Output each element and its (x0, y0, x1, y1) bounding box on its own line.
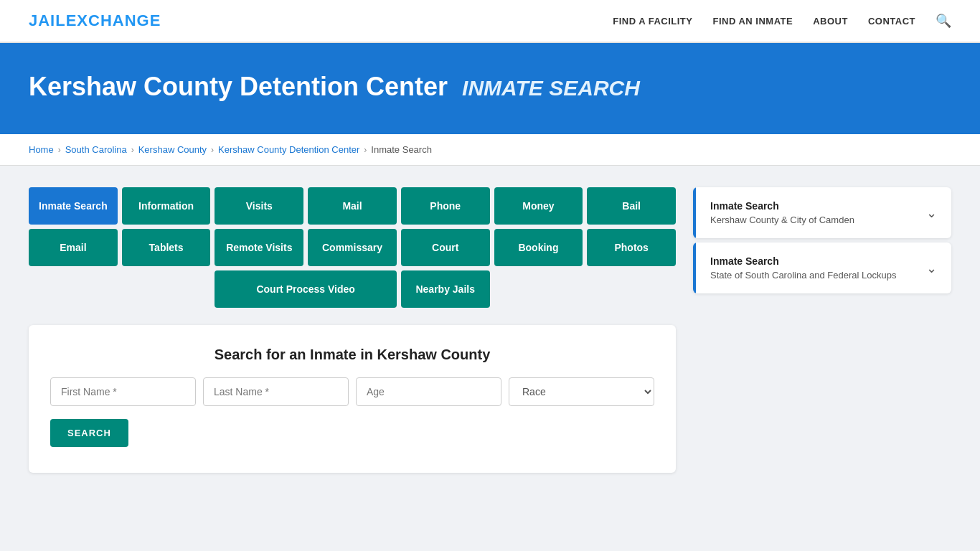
btn-inmate-search[interactable]: Inmate Search (29, 187, 118, 225)
btn-court[interactable]: Court (401, 229, 490, 266)
sidebar-item-kershaw-title: Inmate Search (710, 200, 854, 212)
btn-booking[interactable]: Booking (494, 229, 583, 266)
breadcrumb-current: Inmate Search (371, 144, 432, 155)
sep-2: › (131, 145, 134, 155)
sidebar-item-sc-sub: State of South Carolina and Federal Lock… (710, 270, 896, 281)
age-input[interactable] (356, 377, 501, 406)
sidebar-card-1: Inmate Search Kershaw County & City of C… (693, 187, 951, 238)
btn-commissary[interactable]: Commissary (308, 229, 397, 266)
last-name-input[interactable] (203, 377, 349, 406)
breadcrumb-county[interactable]: Kershaw County (138, 144, 207, 155)
breadcrumb: Home › South Carolina › Kershaw County ›… (29, 144, 951, 155)
race-select[interactable]: Race White Black Hispanic Asian Other (509, 377, 654, 406)
btn-court-process-video[interactable]: Court Process Video (215, 270, 396, 308)
sidebar-card-2: Inmate Search State of South Carolina an… (693, 242, 951, 293)
nav-item-contact[interactable]: CONTACT (868, 14, 915, 27)
nav-item-find-facility[interactable]: FIND A FACILITY (613, 14, 692, 27)
breadcrumb-bar: Home › South Carolina › Kershaw County ›… (0, 134, 980, 166)
btn-tablets[interactable]: Tablets (122, 229, 211, 266)
search-icon[interactable]: 🔍 (936, 14, 951, 28)
btn-photos[interactable]: Photos (587, 229, 676, 266)
breadcrumb-home[interactable]: Home (29, 144, 54, 155)
hero-title-text: Kershaw County Detention Center (29, 72, 448, 101)
chevron-down-icon-1: ⌄ (926, 205, 937, 221)
navbar: JAILEXCHANGE FIND A FACILITY FIND AN INM… (0, 0, 980, 43)
btn-money[interactable]: Money (494, 187, 583, 225)
hero-section: Kershaw County Detention Center INMATE S… (0, 43, 980, 134)
sidebar-item-sc-text: Inmate Search State of South Carolina an… (710, 255, 896, 281)
nav-link-contact[interactable]: CONTACT (868, 16, 915, 27)
main-content: Inmate Search Information Visits Mail Ph… (0, 166, 980, 494)
button-row-2: Email Tablets Remote Visits Commissary C… (29, 229, 676, 266)
breadcrumb-facility[interactable]: Kershaw County Detention Center (218, 144, 359, 155)
btn-information[interactable]: Information (122, 187, 211, 225)
nav-link-about[interactable]: ABOUT (813, 16, 848, 27)
button-grid: Inmate Search Information Visits Mail Ph… (29, 187, 676, 308)
search-title: Search for an Inmate in Kershaw County (50, 347, 654, 363)
sidebar-item-kershaw-sub: Kershaw County & City of Camden (710, 215, 854, 225)
nav-link-find-inmate[interactable]: FIND AN INMATE (712, 16, 793, 27)
nav-link-find-facility[interactable]: FIND A FACILITY (613, 16, 692, 27)
logo[interactable]: JAILEXCHANGE (29, 11, 161, 30)
btn-mail[interactable]: Mail (308, 187, 397, 225)
sidebar-item-kershaw[interactable]: Inmate Search Kershaw County & City of C… (693, 187, 951, 238)
btn-nearby-jails[interactable]: Nearby Jails (401, 270, 490, 308)
hero-subtitle: INMATE SEARCH (462, 76, 640, 100)
sidebar-item-sc[interactable]: Inmate Search State of South Carolina an… (693, 242, 951, 293)
btn-visits[interactable]: Visits (215, 187, 303, 225)
search-button[interactable]: SEARCH (50, 419, 128, 447)
search-fields: Race White Black Hispanic Asian Other (50, 377, 654, 406)
sep-3: › (211, 145, 214, 155)
hero-title: Kershaw County Detention Center INMATE S… (29, 72, 951, 102)
search-box: Search for an Inmate in Kershaw County R… (29, 325, 676, 473)
button-row-3: Court Process Video Nearby Jails (29, 270, 676, 308)
btn-email[interactable]: Email (29, 229, 118, 266)
sidebar-item-kershaw-text: Inmate Search Kershaw County & City of C… (710, 200, 854, 225)
right-sidebar: Inmate Search Kershaw County & City of C… (693, 187, 951, 298)
chevron-down-icon-2: ⌄ (926, 260, 937, 276)
logo-part2: EXCHANGE (66, 11, 161, 29)
nav-search-icon-container[interactable]: 🔍 (936, 13, 951, 29)
nav-item-find-inmate[interactable]: FIND AN INMATE (712, 14, 793, 27)
left-column: Inmate Search Information Visits Mail Ph… (29, 187, 676, 473)
first-name-input[interactable] (50, 377, 196, 406)
breadcrumb-state[interactable]: South Carolina (65, 144, 127, 155)
logo-part1: JAIL (29, 11, 66, 29)
btn-remote-visits[interactable]: Remote Visits (215, 229, 303, 266)
sep-1: › (58, 145, 61, 155)
sep-4: › (364, 145, 367, 155)
button-row-1: Inmate Search Information Visits Mail Ph… (29, 187, 676, 225)
btn-bail[interactable]: Bail (587, 187, 676, 225)
nav-links: FIND A FACILITY FIND AN INMATE ABOUT CON… (613, 13, 951, 29)
nav-item-about[interactable]: ABOUT (813, 14, 848, 27)
sidebar-item-sc-title: Inmate Search (710, 255, 896, 267)
btn-phone[interactable]: Phone (401, 187, 490, 225)
